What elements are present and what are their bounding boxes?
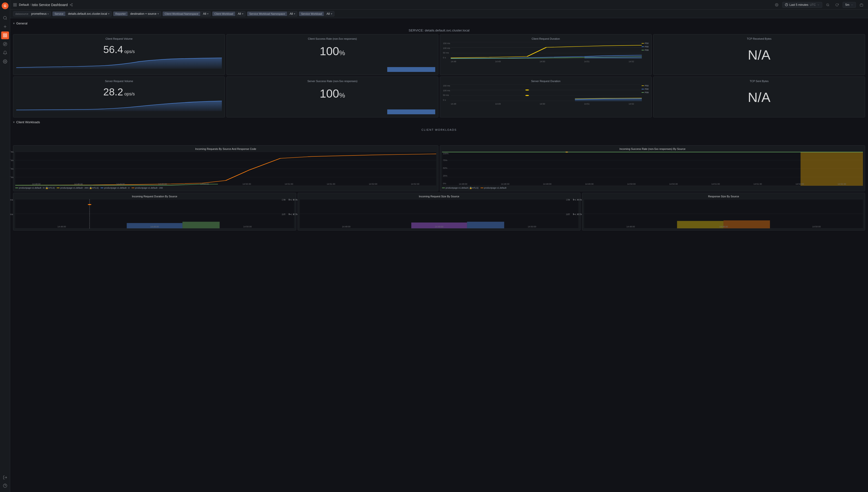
server-request-volume-title: Server Request Volume <box>16 80 222 82</box>
svg-line-24 <box>71 4 72 4</box>
service-workload-ns-value[interactable]: All ▾ <box>288 11 297 17</box>
timezone-label: UTC <box>810 3 816 6</box>
general-chevron-icon: ▾ <box>13 22 15 25</box>
service-ns-chevron: ▾ <box>294 12 295 16</box>
breadcrumb-separator: / <box>30 3 31 6</box>
client-ns-chevron: ▾ <box>207 12 209 16</box>
incoming-request-size-title: Incoming Request Size By Source <box>300 195 579 198</box>
server-request-duration-panel: Server Request Duration 150 ms100 ms50 m… <box>440 76 652 118</box>
client-workload-charts-row2: Incoming Request Duration By Source 150 … <box>13 193 865 230</box>
svg-rect-18 <box>14 5 15 6</box>
sidebar-item-settings[interactable] <box>1 58 9 65</box>
incoming-success-rate-title: Incoming Success Rate (non-5xx responses… <box>442 147 863 150</box>
svg-text:3 kB: 3 kB <box>566 199 582 201</box>
clock-icon <box>785 3 788 6</box>
refresh-button[interactable] <box>834 2 841 7</box>
tv-mode-button[interactable] <box>858 2 865 7</box>
general-section-header[interactable]: ▾ General <box>13 20 865 27</box>
client-workload-label: Client Workload <box>212 11 235 16</box>
client-request-volume-chart <box>16 57 222 69</box>
server-stats-row: Server Request Volume 28.2 ops/s Server … <box>13 76 865 118</box>
reporter-chevron: ▾ <box>158 12 159 16</box>
reporter-filter-value[interactable]: destination + source ▾ <box>128 11 161 17</box>
service-workload-ns-filter-group: Service Workload Namespace All ▾ <box>247 11 297 17</box>
service-filter-value[interactable]: details.default.svc.cluster.local ▾ <box>66 11 112 17</box>
breadcrumb-title: Istio Service Dashboard <box>32 3 68 7</box>
chevron-down-icon <box>817 4 820 6</box>
svg-text:10 ops/s: 10 ops/s <box>10 168 14 170</box>
settings-button[interactable] <box>773 2 780 7</box>
svg-line-23 <box>71 5 72 5</box>
svg-text:100 ms: 100 ms <box>10 213 13 216</box>
sidebar-item-user[interactable] <box>1 474 9 481</box>
sidebar: G <box>0 0 10 492</box>
client-workload-ns-label: Client Workload Namespace <box>163 11 200 16</box>
topbar-right: Last 5 minutes UTC 5m <box>773 2 865 8</box>
server-request-volume-value: 28.2 ops/s <box>103 86 135 98</box>
client-workload-filter-group: Client Workload All ▾ <box>212 11 246 17</box>
gear-icon <box>775 3 778 6</box>
sidebar-item-dashboards[interactable] <box>1 31 9 39</box>
incoming-request-duration-panel: Incoming Request Duration By Source 150 … <box>13 193 296 230</box>
dashboard-content: ▾ General SERVICE: details.default.svc.c… <box>10 18 868 492</box>
svg-rect-60 <box>801 152 863 186</box>
svg-rect-19 <box>15 5 17 6</box>
tcp-received-value: N/A <box>656 42 862 68</box>
client-duration-chart-svg <box>451 42 642 59</box>
sidebar-item-help[interactable] <box>1 482 9 490</box>
zoom-out-icon <box>826 3 829 6</box>
svg-point-20 <box>72 3 73 4</box>
incoming-request-size-chart: 3 kB 2 kB 14:48:0014:49:0014:50:00 <box>300 199 579 228</box>
tv-icon <box>860 3 863 6</box>
client-request-volume-title: Client Request Volume <box>16 37 222 40</box>
svg-text:3 kB: 3 kB <box>281 199 298 201</box>
sidebar-item-explore[interactable] <box>1 40 9 48</box>
tcp-sent-title: TCP Sent Bytes <box>656 80 862 82</box>
svg-rect-31 <box>387 67 435 72</box>
svg-point-12 <box>4 61 5 62</box>
server-success-rate-title: Server Success Rate (non-5xx responses) <box>230 80 435 82</box>
refresh-interval-button[interactable]: 5m <box>843 2 856 8</box>
svg-text:2 kB: 2 kB <box>281 213 298 216</box>
refresh-interval-label: 5m <box>845 3 849 6</box>
svg-line-3 <box>6 19 6 19</box>
sidebar-item-search[interactable] <box>1 14 9 22</box>
zoom-out-button[interactable] <box>824 2 831 7</box>
sidebar-item-alerts[interactable] <box>1 49 9 57</box>
incoming-success-rate-chart: 14:48:0014:48:3014:49:0014:49:3014:50:00… <box>442 152 863 186</box>
incoming-success-rate-panel: Incoming Success Rate (non-5xx responses… <box>440 145 865 191</box>
client-workload-charts-row1: Incoming Requests By Source And Response… <box>13 145 865 191</box>
client-workloads-section-title: Client Workloads <box>16 120 40 124</box>
svg-text:30 ops/s: 30 ops/s <box>10 151 14 153</box>
client-workloads-section-header[interactable]: ▾ Client Workloads <box>13 119 865 125</box>
svg-text:2 kB: 2 kB <box>566 213 582 216</box>
datasource-chevron: ▾ <box>47 13 49 15</box>
tcp-sent-value: N/A <box>656 84 862 110</box>
svg-point-42 <box>525 89 529 90</box>
service-workload-ns-label: Service Workload Namespace <box>247 11 287 16</box>
service-workload-value[interactable]: All ▾ <box>324 11 334 17</box>
svg-rect-7 <box>5 34 6 35</box>
breadcrumb-root[interactable]: Default <box>19 3 29 6</box>
svg-rect-17 <box>15 3 17 5</box>
svg-text:G: G <box>4 4 6 8</box>
client-workload-value[interactable]: All ▾ <box>236 11 246 17</box>
response-size-panel: Response Size By Source 3 kB 2 kB 14:48:… <box>582 193 865 230</box>
svg-rect-16 <box>14 3 15 5</box>
datasource-filter[interactable]: datasource prometheus ▾ <box>13 11 51 17</box>
svg-point-21 <box>70 4 71 5</box>
svg-point-67 <box>88 204 91 205</box>
client-success-rate-value: 100% <box>320 45 345 58</box>
grid-icon <box>13 3 17 7</box>
sidebar-item-add[interactable] <box>1 23 9 30</box>
share-icon[interactable] <box>70 3 73 6</box>
svg-rect-44 <box>575 98 642 101</box>
incoming-request-duration-chart: 150 ms 100 ms 14:48:0014:49:0014:50:00 <box>15 199 294 228</box>
topbar-left: Default / Istio Service Dashboard <box>13 3 73 7</box>
reporter-filter-group: Reporter destination + source ▾ <box>113 11 161 17</box>
app-logo[interactable]: G <box>1 2 9 10</box>
time-range-button[interactable]: Last 5 minutes UTC <box>782 2 822 8</box>
incoming-success-rate-legend: productpage-v1.default (🔒mTLS) productpa… <box>442 187 863 189</box>
client-workload-ns-value[interactable]: All ▾ <box>201 11 211 17</box>
svg-point-43 <box>525 95 529 96</box>
